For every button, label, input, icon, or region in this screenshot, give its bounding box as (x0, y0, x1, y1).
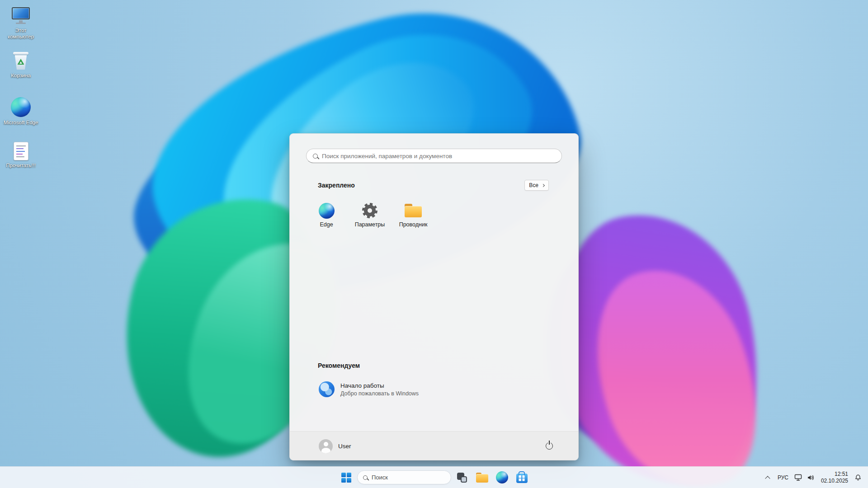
pinned-app-file-explorer[interactable]: Проводник (392, 197, 435, 236)
task-view-icon (456, 472, 468, 483)
start-menu-footer: User (290, 431, 578, 460)
power-button[interactable] (540, 437, 558, 455)
bell-icon (854, 474, 862, 481)
desktop-icon-microsoft-edge[interactable]: Microsoft Edge (3, 94, 39, 137)
this-pc-icon (10, 6, 31, 25)
desktop-icon-this-pc[interactable]: Этот компьютер (3, 4, 39, 47)
text-document-icon (14, 142, 28, 160)
recommended-item-get-started[interactable]: Начало работы Добро пожаловать в Windows (315, 378, 455, 401)
recommended-list: Начало работы Добро пожаловать в Windows (315, 378, 560, 401)
start-search-box[interactable] (306, 149, 562, 163)
task-view-button[interactable] (453, 469, 471, 487)
desktop-icon-label: Microsoft Edge (4, 119, 38, 126)
folder-icon (405, 202, 422, 219)
time-label: 12:51 (835, 471, 848, 477)
chevron-right-icon (542, 183, 545, 187)
chevron-up-icon (765, 476, 770, 481)
pinned-header-label: Закреплено (318, 182, 355, 189)
start-menu: Закреплено Все Edge Параметры Проводник … (289, 133, 579, 460)
pinned-app-label: Параметры (355, 221, 385, 228)
start-search-input[interactable] (322, 153, 555, 160)
pinned-section-header: Закреплено Все (318, 180, 549, 191)
desktop: Этот компьютер Корзина Microsoft Edge Пр… (0, 0, 868, 488)
power-icon (546, 442, 553, 450)
taskbar-search-input[interactable] (372, 474, 445, 481)
windows-logo-icon (341, 473, 351, 483)
notifications-button[interactable] (852, 469, 864, 487)
hidden-icons-button[interactable] (761, 469, 774, 487)
start-button[interactable] (337, 469, 355, 487)
edge-icon (496, 471, 508, 483)
desktop-icon-label: Корзина (11, 72, 31, 79)
folder-icon (476, 473, 488, 483)
clock[interactable]: 12:51 02.10.2025 (817, 469, 852, 487)
desktop-icon-grid: Этот компьютер Корзина Microsoft Edge Пр… (3, 4, 39, 183)
gear-icon (362, 202, 377, 219)
pinned-all-button[interactable]: Все (524, 180, 549, 191)
recommended-item-subtitle: Добро пожаловать в Windows (340, 390, 419, 397)
system-tray: РУС 12:51 02.10.2025 (761, 467, 864, 488)
store-button[interactable] (513, 469, 531, 487)
volume-button[interactable] (805, 469, 817, 487)
recycle-bin-icon (13, 52, 29, 70)
recommended-item-title: Начало работы (340, 382, 419, 389)
search-icon (313, 154, 318, 159)
desktop-icon-recycle-bin[interactable]: Корзина (3, 49, 39, 92)
taskbar-search-box[interactable] (357, 470, 451, 484)
edge-button[interactable] (493, 469, 511, 487)
recommended-header-label: Рекомендуем (318, 362, 360, 369)
pinned-apps-grid: Edge Параметры Проводник (305, 197, 435, 236)
desktop-icon-label: Прочитать!!! (6, 162, 35, 169)
network-icon (794, 474, 802, 481)
taskbar-center-group (337, 467, 531, 488)
date-label: 02.10.2025 (821, 478, 848, 484)
user-name-label: User (338, 443, 351, 450)
edge-icon (319, 202, 335, 219)
user-profile-button[interactable]: User (313, 437, 357, 455)
edge-icon (11, 97, 31, 117)
taskbar: РУС 12:51 02.10.2025 (0, 466, 868, 488)
language-indicator[interactable]: РУС (774, 469, 792, 487)
pinned-all-label: Все (529, 182, 538, 188)
get-started-icon (319, 381, 335, 397)
search-icon (363, 475, 368, 480)
desktop-icon-readme[interactable]: Прочитать!!! (3, 139, 39, 183)
desktop-icon-label: Этот компьютер (3, 27, 38, 40)
file-explorer-button[interactable] (473, 469, 491, 487)
store-icon (516, 474, 528, 483)
pinned-app-label: Edge (320, 221, 333, 228)
recommended-section-header: Рекомендуем (318, 362, 549, 369)
pinned-app-settings[interactable]: Параметры (348, 197, 392, 236)
pinned-app-label: Проводник (399, 221, 428, 228)
speaker-icon (807, 474, 815, 481)
network-button[interactable] (792, 469, 805, 487)
pinned-app-edge[interactable]: Edge (305, 197, 348, 236)
user-avatar (319, 439, 333, 453)
